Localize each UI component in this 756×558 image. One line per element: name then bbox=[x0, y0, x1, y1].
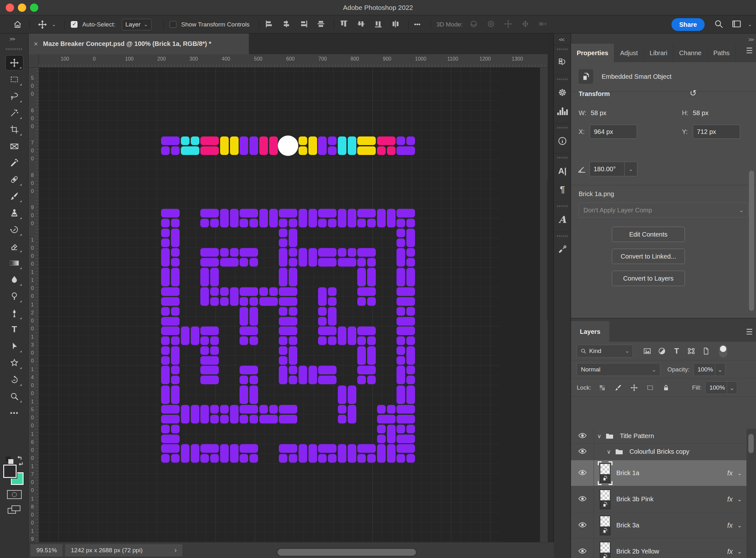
layers-scrollbar[interactable] bbox=[747, 429, 756, 558]
horizontal-ruler[interactable]: 0100010020030040050060070080090010001100… bbox=[29, 54, 554, 68]
layer-comp-dropdown[interactable]: Don't Apply Layer Comp ⌄ bbox=[579, 202, 748, 218]
document-info[interactable]: 1242 px x 2688 px (72 ppi) › bbox=[65, 544, 182, 556]
document-tab[interactable]: × Maze Breaker Concept.psd @ 100% (Brick… bbox=[29, 33, 249, 54]
tool-crop[interactable] bbox=[5, 122, 23, 137]
layer-row-brick-2b-yellow[interactable]: Brick 2b Yellow fx ⌄ bbox=[571, 538, 747, 558]
chevron-down-icon[interactable]: ⌄ bbox=[715, 363, 725, 376]
layers-menu-icon[interactable]: ☰ bbox=[746, 327, 753, 336]
home-button[interactable] bbox=[13, 15, 22, 33]
tab-properties[interactable]: Properties bbox=[571, 44, 614, 62]
visibility-toggle[interactable] bbox=[571, 429, 594, 443]
tools-grip[interactable] bbox=[6, 48, 23, 50]
align-icon[interactable] bbox=[299, 20, 308, 30]
visibility-toggle[interactable] bbox=[571, 538, 594, 558]
tool-edit-toolbar[interactable]: ••• bbox=[5, 405, 23, 421]
convert-to-layers-button[interactable]: Convert to Layers bbox=[612, 271, 685, 286]
layer-thumbnail[interactable] bbox=[600, 489, 611, 509]
dock-grip[interactable] bbox=[557, 157, 568, 158]
move-tool-option[interactable]: ⌄ bbox=[38, 15, 56, 33]
align-icon[interactable] bbox=[282, 20, 291, 30]
tool-spot-healing[interactable] bbox=[5, 172, 23, 187]
dock-grip[interactable] bbox=[557, 48, 568, 50]
canvas-vertical-scrollbar[interactable] bbox=[540, 68, 548, 542]
x-position-field[interactable]: 964 px bbox=[590, 125, 637, 139]
fx-badge[interactable]: fx bbox=[727, 495, 733, 504]
align-icon[interactable] bbox=[357, 20, 366, 30]
foreground-background-swatches[interactable] bbox=[3, 464, 26, 486]
fx-badge[interactable]: fx bbox=[727, 548, 733, 556]
align-icon[interactable] bbox=[391, 20, 400, 30]
dock-grip[interactable] bbox=[557, 127, 568, 128]
lock-transparency-icon[interactable] bbox=[594, 384, 610, 391]
tool-brush[interactable] bbox=[5, 188, 23, 204]
panel-icon-glyphs[interactable]: A bbox=[554, 210, 571, 229]
blend-mode-dropdown[interactable]: Normal ⌄ bbox=[577, 363, 660, 376]
status-chevron-icon[interactable]: › bbox=[174, 546, 177, 555]
align-icon[interactable] bbox=[339, 20, 348, 30]
properties-scrollbar[interactable] bbox=[749, 171, 754, 311]
layer-row-brick-1a[interactable]: Brick 1a fx ⌄ bbox=[571, 460, 747, 486]
lock-all-icon[interactable] bbox=[658, 384, 674, 391]
rotation-angle-field[interactable]: 180.00° ⌄ bbox=[589, 162, 637, 176]
align-icon[interactable] bbox=[316, 20, 325, 30]
filter-toggle[interactable] bbox=[719, 345, 727, 357]
chevron-down-icon[interactable]: ⌄ bbox=[737, 496, 742, 503]
tool-path-selection[interactable] bbox=[5, 339, 23, 354]
vertical-ruler[interactable]: 5 0 06 0 07 0 08 0 09 0 01 0 0 01 1 0 01… bbox=[29, 68, 39, 542]
chevron-down-icon[interactable]: ⌄ bbox=[737, 522, 742, 529]
tool-history-brush[interactable] bbox=[5, 222, 23, 237]
auto-select-target-dropdown[interactable]: Layer⌄ bbox=[122, 15, 151, 33]
layer-group-row-title-pattern[interactable]: ∨ Title Pattern bbox=[571, 429, 747, 443]
tool-dodge[interactable] bbox=[5, 288, 23, 304]
layer-row-brick-3a[interactable]: Brick 3a fx ⌄ bbox=[571, 512, 747, 538]
tool-move[interactable] bbox=[5, 55, 23, 71]
tool-eyedropper[interactable] bbox=[5, 155, 23, 171]
show-transform-checkbox[interactable] bbox=[170, 15, 176, 33]
panel-icon-navigator[interactable]: ☸ bbox=[554, 83, 571, 102]
foreground-color-swatch[interactable] bbox=[3, 464, 17, 478]
tool-type[interactable]: T bbox=[5, 322, 23, 337]
chevron-down-icon[interactable]: ⌄ bbox=[727, 382, 737, 394]
tool-pen[interactable] bbox=[5, 305, 23, 321]
tool-object-selection[interactable] bbox=[5, 105, 23, 121]
canvas[interactable] bbox=[39, 68, 540, 542]
more-align-options-button[interactable]: ••• bbox=[414, 15, 420, 33]
visibility-toggle[interactable] bbox=[571, 443, 594, 460]
tool-custom-shape[interactable] bbox=[5, 355, 23, 371]
tool-clone-stamp[interactable] bbox=[5, 205, 23, 221]
chevron-down-icon[interactable]: ∨ bbox=[607, 448, 611, 455]
filter-shape-layers-icon[interactable] bbox=[684, 347, 699, 355]
tool-rectangular-marquee[interactable] bbox=[5, 72, 23, 87]
expand-tools-icon[interactable]: >> bbox=[9, 36, 15, 43]
fill-field[interactable]: 100% ⌄ bbox=[705, 381, 737, 394]
share-button[interactable]: Share bbox=[672, 18, 705, 31]
panel-icon-tool-presets[interactable] bbox=[554, 240, 571, 259]
tab-channe[interactable]: Channe bbox=[674, 44, 708, 62]
lock-position-icon[interactable] bbox=[626, 384, 642, 391]
visibility-toggle[interactable] bbox=[571, 460, 594, 486]
auto-select-checkbox[interactable] bbox=[71, 15, 77, 33]
chevron-down-icon[interactable]: ⌄ bbox=[737, 470, 742, 477]
panel-icon-paragraph[interactable]: ¶ bbox=[554, 180, 571, 199]
tool-gradient[interactable] bbox=[5, 255, 23, 271]
layers-scroll-thumb[interactable] bbox=[748, 434, 754, 453]
tab-adjust[interactable]: Adjust bbox=[614, 44, 644, 62]
tab-paths[interactable]: Paths bbox=[708, 44, 736, 62]
panel-icon-character[interactable]: A| bbox=[554, 162, 571, 180]
filter-pixel-layers-icon[interactable] bbox=[640, 347, 655, 355]
chevron-down-icon[interactable]: ∨ bbox=[597, 433, 601, 440]
layer-thumbnail[interactable] bbox=[600, 515, 611, 535]
layer-group-row-colourful-bricks-copy[interactable]: ∨ Colourful Bricks copy bbox=[571, 443, 747, 460]
panel-icon-history[interactable] bbox=[554, 53, 571, 72]
chevron-down-icon[interactable]: ⌄ bbox=[737, 548, 742, 555]
reset-transform-icon[interactable]: ↺ bbox=[690, 88, 697, 98]
quick-mask-button[interactable] bbox=[7, 490, 22, 499]
fx-badge[interactable]: fx bbox=[727, 469, 733, 477]
visibility-toggle[interactable] bbox=[571, 512, 594, 538]
lock-pixels-icon[interactable] bbox=[610, 384, 626, 391]
zoom-level-field[interactable]: 99.51% bbox=[31, 544, 63, 556]
layer-row-brick-3b-pink[interactable]: Brick 3b Pink fx ⌄ bbox=[571, 486, 747, 512]
lock-artboard-icon[interactable] bbox=[642, 384, 658, 391]
tool-frame[interactable] bbox=[5, 139, 23, 154]
tool-blur[interactable] bbox=[5, 272, 23, 287]
